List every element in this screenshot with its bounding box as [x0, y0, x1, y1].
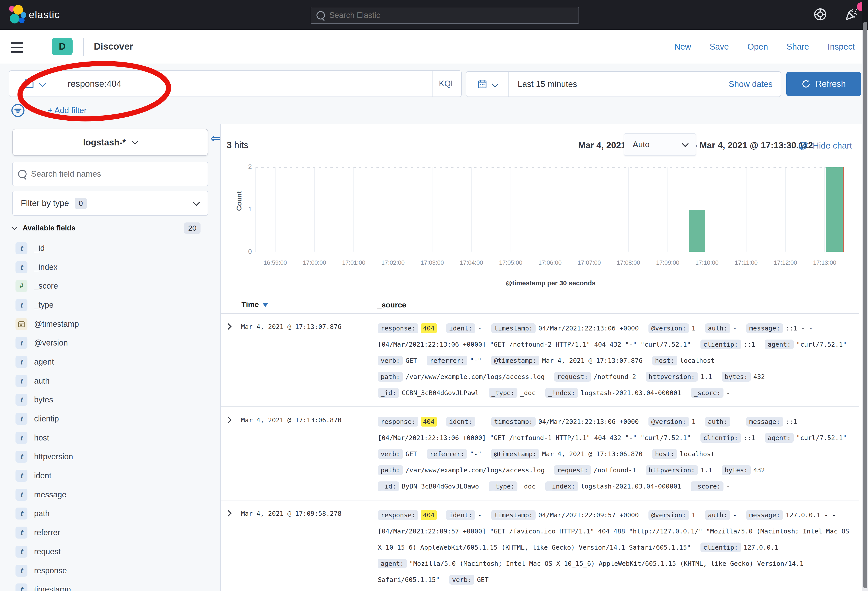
field-item-@version[interactable]: t@version	[12, 333, 207, 352]
field-name: host	[34, 433, 49, 442]
field-key-pill: @version:	[648, 417, 689, 427]
index-pattern-selector[interactable]: logstash-*	[12, 129, 208, 156]
field-type-text-icon: t	[15, 527, 27, 539]
field-key-pill: agent:	[765, 433, 794, 443]
histogram-bar[interactable]	[826, 167, 843, 252]
filter-by-type-dropdown[interactable]: Filter by type 0	[12, 191, 208, 216]
time-range-value[interactable]: Last 15 minutes	[509, 80, 729, 89]
field-item-response[interactable]: tresponse	[12, 561, 207, 580]
query-language-button[interactable]: KQL	[433, 71, 461, 96]
field-key-pill: path:	[378, 372, 403, 381]
collapse-sidebar-icon[interactable]: ⇐	[210, 131, 221, 145]
refresh-button[interactable]: Refresh	[786, 72, 861, 96]
field-value: _doc	[520, 389, 536, 397]
action-save[interactable]: Save	[710, 42, 729, 52]
field-item-path[interactable]: tpath	[12, 504, 207, 523]
filter-icon[interactable]	[11, 103, 25, 117]
field-key-pill: response:	[378, 324, 418, 333]
field-item-referrer[interactable]: treferrer	[12, 523, 207, 542]
field-type-text-icon: t	[15, 432, 27, 444]
column-header-source[interactable]: _source	[377, 301, 406, 309]
field-item-_id[interactable]: t_id	[12, 239, 207, 258]
row-time: Mar 4, 2021 @ 17:09:58.278	[241, 510, 341, 517]
action-share[interactable]: Share	[787, 42, 809, 52]
field-value: GET	[406, 357, 417, 364]
scrollbar-thumb[interactable]	[863, 22, 867, 588]
quick-select-menu[interactable]	[466, 72, 509, 96]
field-key-pill: message:	[746, 510, 783, 520]
action-open[interactable]: Open	[747, 42, 768, 52]
field-item-_type[interactable]: t_type	[12, 296, 207, 315]
chevron-down-icon	[131, 138, 138, 145]
field-item-httpversion[interactable]: thttpversion	[12, 447, 207, 466]
row-time: Mar 4, 2021 @ 17:13:06.870	[241, 417, 341, 424]
show-dates-link[interactable]: Show dates	[729, 80, 781, 89]
field-type-text-icon: t	[15, 564, 27, 576]
field-item-request[interactable]: trequest	[12, 542, 207, 561]
sort-desc-icon	[263, 303, 268, 307]
field-list: t_idt_index#_scoret_type@timestampt@vers…	[12, 239, 207, 591]
field-item-_index[interactable]: t_index	[12, 258, 207, 277]
eye-closed-icon	[798, 140, 808, 151]
field-item-bytes[interactable]: tbytes	[12, 390, 207, 409]
main-panel: 3 hits Mar 4, 2021 @ 16:58:30.112 - Mar …	[221, 124, 862, 591]
help-lifebuoy-icon[interactable]	[813, 7, 828, 22]
discover-app-badge[interactable]: D	[52, 38, 72, 55]
document-table: Mar 4, 2021 @ 17:13:07.876response:404 i…	[221, 314, 859, 591]
x-tick-label: 17:08:00	[609, 259, 648, 266]
field-search-input[interactable]	[31, 169, 182, 179]
available-fields-header[interactable]: Available fields 20	[12, 222, 207, 235]
add-filter-link[interactable]: + Add filter	[48, 106, 87, 115]
field-item-@timestamp[interactable]: @timestamp	[12, 315, 207, 334]
filter-by-type-label: Filter by type	[21, 198, 69, 208]
field-type-text-icon: t	[15, 451, 27, 462]
field-value: -	[478, 325, 481, 332]
hide-chart-link[interactable]: Hide chart	[798, 140, 852, 151]
action-new[interactable]: New	[674, 42, 691, 52]
expand-row-icon[interactable]	[225, 324, 232, 329]
hide-chart-label: Hide chart	[813, 141, 852, 151]
field-item-timestamp[interactable]: ttimestamp	[12, 580, 207, 591]
histogram-chart[interactable]	[255, 167, 844, 252]
histogram-bar[interactable]	[689, 210, 706, 252]
field-key-pill: verb:	[378, 449, 403, 459]
field-search[interactable]	[12, 162, 208, 186]
calendar-icon	[477, 79, 487, 89]
field-item-message[interactable]: tmessage	[12, 485, 207, 504]
action-inspect[interactable]: Inspect	[828, 42, 855, 52]
news-party-popper-icon[interactable]	[844, 7, 859, 22]
field-type-text-icon: t	[15, 584, 27, 591]
field-name: _score	[34, 281, 58, 291]
field-value: 1	[692, 325, 695, 332]
global-search-input[interactable]	[329, 10, 562, 20]
field-key-pill: @version:	[648, 324, 689, 333]
field-value: -	[726, 483, 730, 490]
field-item-host[interactable]: thost	[12, 428, 207, 447]
field-item-auth[interactable]: tauth	[12, 371, 207, 390]
x-tick-label: 17:05:00	[491, 259, 530, 266]
field-item-clientip[interactable]: tclientip	[12, 409, 207, 428]
date-picker[interactable]: Last 15 minutes Show dates	[466, 71, 781, 97]
expand-row-icon[interactable]	[225, 510, 232, 516]
field-item-_score[interactable]: #_score	[12, 276, 207, 296]
interval-value: Auto	[633, 140, 650, 149]
field-name: referrer	[34, 528, 60, 537]
field-item-agent[interactable]: tagent	[12, 352, 207, 371]
field-type-text-icon: t	[15, 375, 27, 387]
expand-row-icon[interactable]	[225, 417, 232, 423]
query-bar[interactable]: KQL	[9, 70, 462, 97]
field-key-pill: clientip:	[700, 433, 741, 443]
field-name: @version	[34, 338, 68, 347]
field-key-pill: verb:	[378, 356, 403, 365]
query-input[interactable]	[60, 78, 433, 89]
global-search[interactable]	[311, 7, 579, 24]
field-name: @timestamp	[34, 319, 79, 329]
hits-count: 3 hits	[227, 140, 248, 150]
field-value: logstash-2021.03.04-000001	[581, 483, 681, 490]
field-item-ident[interactable]: tident	[12, 466, 207, 485]
saved-query-menu[interactable]	[9, 71, 60, 96]
field-key-pill: request:	[554, 465, 591, 475]
field-value: Mar 4, 2021 @ 17:13:06.870	[542, 450, 642, 458]
interval-select[interactable]: Auto	[624, 133, 696, 156]
column-header-time[interactable]: Time	[241, 300, 268, 309]
